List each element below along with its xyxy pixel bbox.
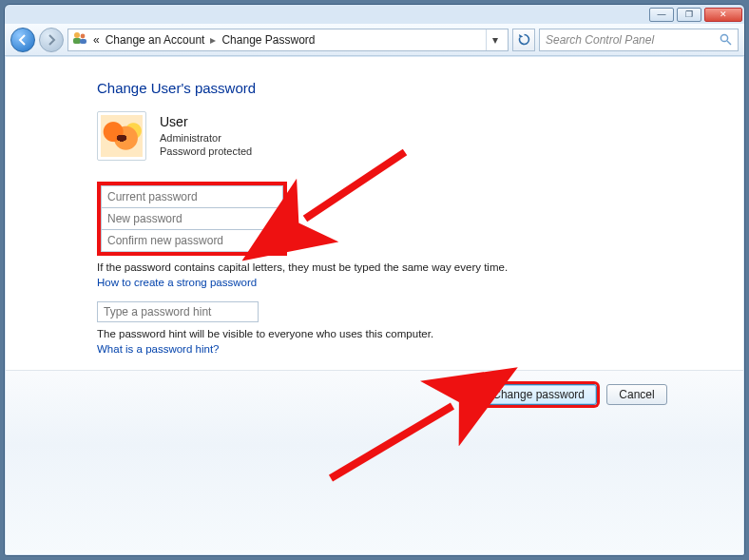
svg-rect-1 — [73, 38, 81, 44]
maximize-button[interactable]: ❐ — [677, 8, 701, 22]
cancel-button[interactable]: Cancel — [606, 384, 667, 405]
chevron-right-icon: ▸ — [210, 33, 216, 47]
password-fields-group — [97, 182, 287, 256]
new-password-input[interactable] — [101, 207, 283, 230]
svg-point-4 — [720, 34, 727, 41]
search-placeholder: Search Control Panel — [546, 33, 654, 47]
note-hint-visibility: The password hint will be visible to eve… — [97, 328, 705, 339]
svg-line-5 — [727, 41, 731, 45]
minimize-button[interactable]: — — [649, 8, 674, 22]
breadcrumb[interactable]: « Change an Account ▸ Change Password ▾ — [67, 29, 509, 51]
nav-back-button[interactable] — [10, 28, 35, 52]
refresh-button[interactable] — [512, 29, 535, 51]
svg-point-2 — [81, 34, 86, 39]
breadcrumb-item-change-account[interactable]: Change an Account — [106, 33, 205, 47]
page-title: Change User's password — [97, 80, 705, 96]
svg-rect-3 — [80, 39, 86, 44]
link-strong-password[interactable]: How to create a strong password — [97, 277, 705, 288]
confirm-password-input[interactable] — [101, 229, 283, 252]
note-capital-letters: If the password contains capital letters… — [97, 261, 705, 273]
user-role: Administrator — [160, 131, 252, 145]
svg-point-0 — [74, 32, 80, 38]
current-password-input[interactable] — [101, 185, 283, 208]
search-input[interactable]: Search Control Panel — [539, 29, 739, 51]
nav-forward-button[interactable] — [39, 28, 64, 52]
breadcrumb-prefix: « — [93, 33, 100, 47]
user-accounts-icon — [72, 31, 87, 48]
link-what-is-hint[interactable]: What is a password hint? — [97, 343, 705, 355]
avatar — [97, 111, 146, 161]
user-protection: Password protected — [160, 145, 252, 159]
change-password-button[interactable]: Change password — [480, 384, 597, 405]
breadcrumb-dropdown[interactable]: ▾ — [486, 29, 504, 50]
user-name: User — [160, 113, 252, 131]
password-hint-input[interactable] — [97, 301, 259, 322]
close-button[interactable]: ✕ — [704, 8, 742, 22]
breadcrumb-item-change-password[interactable]: Change Password — [221, 33, 315, 47]
search-icon — [720, 33, 732, 46]
